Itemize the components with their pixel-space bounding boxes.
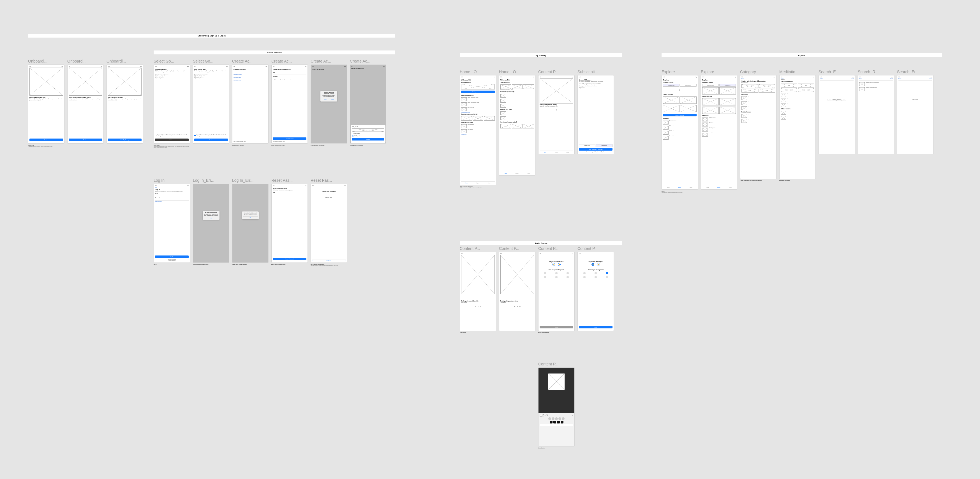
tab-library[interactable]: Library — [527, 173, 530, 174]
thumbs-up-icon[interactable]: 👍 — [552, 263, 555, 266]
share-action-row[interactable] — [539, 424, 573, 426]
share-app-icon[interactable] — [557, 421, 560, 423]
feel-dot[interactable] — [555, 272, 558, 274]
thumb[interactable] — [741, 89, 758, 92]
tab-explore[interactable]: Explore — [718, 187, 720, 188]
cancel-button[interactable]: Cancel — [321, 98, 329, 100]
back-link[interactable]: Back — [155, 187, 189, 188]
thumb[interactable] — [781, 84, 797, 88]
thumb[interactable] — [702, 107, 719, 114]
share-app-icon[interactable] — [554, 421, 556, 423]
close-icon[interactable]: ✕ — [572, 414, 573, 416]
thumb[interactable] — [523, 84, 534, 89]
feel-dot[interactable] — [583, 276, 585, 278]
share-app-icon[interactable] — [561, 421, 563, 423]
tier-monthly[interactable]: Monthly $4.99 — [579, 144, 595, 147]
cancel-link[interactable]: Cancel — [890, 78, 893, 80]
thumb[interactable] — [500, 124, 511, 129]
create-account-button[interactable]: Create Account — [273, 137, 306, 140]
thumbs-up-icon[interactable]: 👍 — [592, 263, 594, 266]
play-icon[interactable] — [556, 109, 557, 110]
thumb[interactable] — [473, 116, 484, 121]
tab-library[interactable]: Library — [488, 183, 490, 184]
thumb[interactable] — [484, 116, 495, 121]
view-all-link[interactable]: View all anxiety content — [461, 112, 495, 113]
tab-explore[interactable]: Explore — [476, 183, 479, 184]
thumb[interactable] — [759, 84, 775, 88]
search-input[interactable] — [859, 80, 893, 81]
tab-library[interactable]: Library — [690, 187, 692, 188]
thumb[interactable] — [798, 88, 815, 92]
tab-home[interactable]: Home — [706, 187, 709, 188]
share-avatar[interactable] — [562, 417, 565, 420]
pill[interactable]: Dealing with t... — [719, 84, 736, 87]
tab-explore[interactable]: Explore — [678, 187, 681, 188]
tab-explore[interactable]: Explore — [555, 152, 558, 153]
consent-checkbox[interactable] — [194, 135, 196, 136]
play-icon[interactable] — [478, 306, 479, 307]
share-app-icon[interactable] — [550, 421, 552, 423]
tier-annual[interactable]: Annual $49.99 — [596, 144, 612, 147]
ok-button[interactable]: OK — [243, 216, 258, 218]
thumb[interactable] — [798, 84, 815, 88]
start-button[interactable]: Start My Journey — [108, 138, 142, 141]
send-button[interactable]: Send — [579, 326, 612, 328]
subscribe-button[interactable]: Start Your Trial & Subscribe — [579, 148, 612, 151]
feel-dot[interactable] — [566, 272, 569, 274]
thumb[interactable] — [719, 87, 736, 94]
thumb[interactable] — [702, 98, 719, 105]
feel-dot[interactable] — [606, 276, 608, 278]
skip-fwd-icon[interactable]: ⟳ — [480, 306, 481, 307]
ok-button[interactable]: OK — [204, 217, 218, 219]
login-button[interactable]: Log In — [155, 256, 189, 258]
thumb[interactable] — [523, 124, 534, 129]
share-avatar[interactable] — [548, 417, 551, 420]
continue-button[interactable]: Continue — [329, 98, 336, 100]
reset-button[interactable]: Reset Password — [273, 258, 306, 260]
share-avatar[interactable] — [555, 417, 558, 420]
feel-dot[interactable] — [595, 276, 597, 278]
feel-dot[interactable] — [606, 272, 608, 274]
thumb[interactable] — [512, 124, 523, 129]
back-link[interactable]: Explore — [741, 78, 775, 80]
tab-home[interactable]: Home — [504, 173, 507, 174]
thumb[interactable] — [781, 88, 797, 92]
cancel-link[interactable]: Cancel — [929, 78, 932, 80]
consent-checkbox[interactable] — [155, 135, 156, 136]
continue-button[interactable]: Continue — [194, 138, 228, 141]
continue-button[interactable]: Continue — [29, 138, 63, 141]
pill[interactable]: Dealing with t... — [680, 84, 697, 87]
share-email-radio[interactable] — [352, 133, 353, 134]
feel-dot[interactable] — [583, 272, 585, 274]
tab-home[interactable]: Home — [544, 152, 546, 153]
play-icon[interactable] — [679, 89, 680, 91]
thumb[interactable] — [759, 89, 775, 92]
thumb[interactable] — [500, 84, 511, 89]
explore-selfhelp-button[interactable]: Explore Self-Help — [663, 114, 697, 116]
thumbs-down-icon[interactable]: 👎 — [558, 263, 561, 266]
share-avatar[interactable] — [558, 417, 561, 420]
skip-back-icon[interactable]: ⟲ — [475, 306, 476, 307]
tab-library[interactable]: Library — [729, 187, 731, 188]
thumb[interactable] — [702, 87, 719, 94]
thumbs-down-icon[interactable]: 👎 — [597, 263, 600, 266]
tab-library[interactable]: Library — [566, 152, 569, 153]
thumb[interactable] — [461, 116, 472, 121]
share-avatar[interactable] — [552, 417, 554, 420]
feel-dot[interactable] — [566, 276, 569, 278]
search-input[interactable] — [820, 80, 854, 81]
start-session-button[interactable]: Start your first session — [461, 91, 495, 93]
skip-back-icon[interactable]: ⟲ — [514, 306, 515, 307]
thumb[interactable] — [719, 107, 736, 114]
pill[interactable]: Dealing with kids — [663, 84, 679, 87]
feel-dot[interactable] — [544, 272, 546, 274]
feel-dot[interactable] — [544, 276, 546, 278]
thumb[interactable] — [663, 97, 679, 104]
tab-explore[interactable]: Explore — [515, 173, 518, 174]
continue-button[interactable]: Continue — [352, 138, 384, 140]
feel-dot[interactable] — [595, 272, 597, 274]
thumb[interactable] — [741, 84, 758, 88]
search-input[interactable] — [899, 80, 932, 81]
thumb[interactable] — [680, 105, 697, 112]
skip-fwd-icon[interactable]: ⟳ — [519, 306, 520, 307]
